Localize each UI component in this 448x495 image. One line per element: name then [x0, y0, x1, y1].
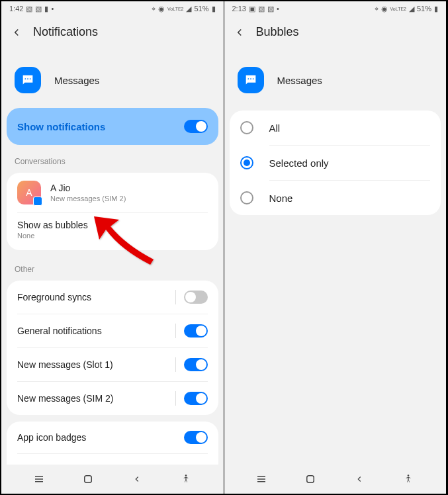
wifi-icon: ◉: [158, 5, 165, 13]
back-icon[interactable]: [234, 26, 246, 38]
svg-point-7: [185, 474, 187, 476]
nav-recents[interactable]: [253, 471, 269, 487]
foreground-syncs-toggle[interactable]: [184, 291, 208, 304]
status-time: 1:42: [9, 5, 23, 13]
back-icon[interactable]: [11, 26, 22, 38]
nav-bar: [1, 465, 224, 494]
header: Bubbles: [224, 16, 447, 48]
nav-bar: [224, 465, 447, 494]
conversation-title: A Jio: [50, 183, 126, 193]
radio-none-label: None: [269, 193, 293, 204]
new-messages-slot1-row[interactable]: New messages (Slot 1): [7, 348, 218, 381]
new-messages-sim2-row[interactable]: New messages (SIM 2): [7, 382, 218, 415]
sim2-label: New messages (SIM 2): [17, 393, 113, 404]
app-icon-badges-row[interactable]: App icon badges: [7, 422, 218, 453]
battery-text: 51%: [194, 5, 208, 13]
show-bubbles-title: Show as bubbles: [17, 220, 208, 230]
radio-none-row[interactable]: None: [230, 181, 441, 215]
show-bubbles-sub: None: [17, 232, 208, 240]
divider: [175, 391, 176, 406]
battery-icon: ▮: [434, 5, 438, 13]
show-as-bubbles-row[interactable]: Show as bubbles None: [7, 213, 218, 250]
lte-icon: VoLTE2: [167, 7, 183, 11]
sim2-toggle[interactable]: [184, 392, 208, 405]
nav-back[interactable]: [351, 471, 367, 487]
radio-selected-label: Selected only: [269, 158, 329, 169]
nav-home[interactable]: [302, 471, 318, 487]
svg-point-0: [24, 78, 26, 79]
inapp-settings-row[interactable]: In-app notification settings: [7, 454, 218, 465]
status-icon: ▧: [267, 5, 274, 13]
slot1-toggle[interactable]: [184, 358, 208, 371]
svg-point-2: [30, 78, 31, 79]
lte-icon: VoLTE2: [390, 7, 406, 11]
conversation-row[interactable]: A A Jio New messages (SIM 2): [7, 173, 218, 212]
nav-accessibility[interactable]: [400, 471, 416, 487]
status-icon: •: [277, 5, 279, 13]
nav-accessibility[interactable]: [178, 471, 194, 487]
section-other: Other: [3, 253, 222, 278]
nav-recents[interactable]: [31, 471, 47, 487]
status-icon: ▧: [26, 5, 32, 13]
status-icon: ▧: [35, 5, 42, 13]
radio-all-label: All: [269, 122, 281, 134]
svg-rect-14: [307, 476, 314, 483]
status-bar: 2:13 ▣ ▧ ▧ • ⌖ ◉ VoLTE2 ◢ 51% ▮: [224, 1, 447, 16]
radio-selected-row[interactable]: Selected only: [230, 146, 441, 180]
messages-app-icon: [15, 67, 41, 93]
show-notifications-row[interactable]: Show notifications: [7, 108, 218, 145]
status-icon: •: [51, 5, 54, 13]
app-name: Messages: [54, 75, 99, 86]
battery-text: 51%: [417, 5, 431, 13]
app-name: Messages: [277, 75, 322, 86]
messages-app-icon: [238, 67, 264, 93]
location-icon: ⌖: [375, 5, 379, 13]
general-notifications-label: General notifications: [17, 326, 102, 336]
nav-back[interactable]: [129, 471, 145, 487]
divider: [175, 324, 176, 338]
status-icon: ▧: [258, 5, 265, 13]
divider: [175, 290, 176, 304]
screen-notifications: 1:42 ▧ ▧ ▮ • ⌖ ◉ VoLTE2 ◢ 51% ▮ Notifica…: [1, 1, 224, 494]
page-title: Notifications: [33, 25, 98, 39]
foreground-syncs-row[interactable]: Foreground syncs: [7, 281, 218, 314]
page-title: Bubbles: [256, 25, 299, 39]
radio-all[interactable]: [240, 121, 253, 134]
signal-icon: ◢: [409, 5, 414, 13]
svg-point-15: [408, 474, 410, 476]
nav-home[interactable]: [80, 471, 96, 487]
radio-selected[interactable]: [240, 156, 253, 169]
svg-point-8: [247, 78, 249, 79]
show-notifications-label: Show notifications: [17, 121, 105, 132]
status-icon: ▣: [249, 5, 255, 13]
header: Notifications: [1, 16, 224, 48]
svg-rect-6: [85, 476, 92, 483]
badges-toggle[interactable]: [184, 431, 208, 444]
status-bar: 1:42 ▧ ▧ ▮ • ⌖ ◉ VoLTE2 ◢ 51% ▮: [1, 1, 224, 16]
radio-none[interactable]: [240, 191, 253, 204]
show-notifications-toggle[interactable]: [184, 120, 208, 133]
divider: [175, 357, 176, 372]
svg-point-1: [27, 78, 28, 79]
svg-point-10: [252, 78, 253, 79]
wifi-icon: ◉: [381, 5, 388, 13]
foreground-syncs-label: Foreground syncs: [17, 292, 91, 302]
slot1-label: New messages (Slot 1): [17, 359, 113, 370]
signal-icon: ◢: [186, 5, 191, 13]
general-notifications-toggle[interactable]: [184, 324, 208, 338]
badges-label: App icon badges: [17, 432, 86, 443]
conversation-sub: New messages (SIM 2): [50, 195, 126, 202]
status-icon: ▮: [44, 5, 48, 13]
battery-icon: ▮: [212, 5, 216, 13]
general-notifications-row[interactable]: General notifications: [7, 314, 218, 347]
app-row: Messages: [3, 56, 222, 104]
location-icon: ⌖: [152, 5, 156, 13]
screen-bubbles: 2:13 ▣ ▧ ▧ • ⌖ ◉ VoLTE2 ◢ 51% ▮ Bubbles …: [224, 1, 447, 494]
section-conversations: Conversations: [3, 145, 222, 170]
app-row: Messages: [226, 56, 445, 104]
svg-point-9: [250, 78, 251, 79]
contact-avatar: A: [17, 181, 41, 204]
status-time: 2:13: [232, 5, 246, 13]
radio-all-row[interactable]: All: [230, 111, 441, 145]
